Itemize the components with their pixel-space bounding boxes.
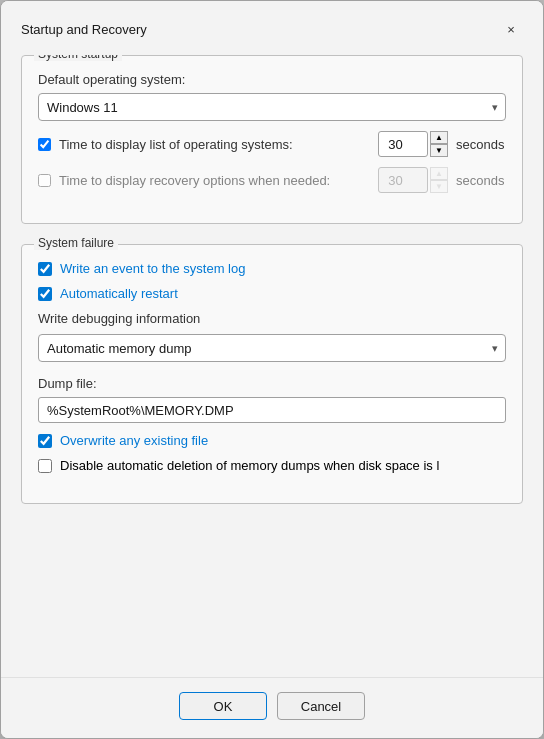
time-display-down-button[interactable]: ▼ xyxy=(430,144,448,157)
dump-file-row: Dump file: xyxy=(38,376,506,423)
auto-restart-checkbox[interactable] xyxy=(38,287,52,301)
recovery-options-spinner-buttons: ▲ ▼ xyxy=(430,167,448,193)
recovery-options-up-button[interactable]: ▲ xyxy=(430,167,448,180)
debug-dropdown-container: Automatic memory dump Complete memory du… xyxy=(38,334,506,362)
system-failure-section: System failure Write an event to the sys… xyxy=(21,244,523,504)
write-event-row: Write an event to the system log xyxy=(38,261,506,276)
dialog-content: System startup Default operating system:… xyxy=(1,55,543,677)
os-dropdown-container: Windows 11 ▾ xyxy=(38,93,506,121)
disable-deletion-checkbox[interactable] xyxy=(38,459,52,473)
time-display-label[interactable]: Time to display list of operating system… xyxy=(59,137,370,152)
os-row: Default operating system: Windows 11 ▾ xyxy=(38,72,506,121)
overwrite-checkbox[interactable] xyxy=(38,434,52,448)
system-startup-section: System startup Default operating system:… xyxy=(21,55,523,224)
recovery-options-down-button[interactable]: ▼ xyxy=(430,180,448,193)
auto-restart-label[interactable]: Automatically restart xyxy=(60,286,178,301)
debug-info-row: Write debugging information Automatic me… xyxy=(38,311,506,362)
time-display-seconds: seconds xyxy=(456,137,506,152)
system-failure-label: System failure xyxy=(34,236,118,250)
ok-button[interactable]: OK xyxy=(179,692,267,720)
time-display-input[interactable] xyxy=(378,131,428,157)
time-display-row: Time to display list of operating system… xyxy=(38,131,506,157)
write-event-label[interactable]: Write an event to the system log xyxy=(60,261,245,276)
recovery-options-spinner: ▲ ▼ xyxy=(378,167,448,193)
disable-deletion-row: Disable automatic deletion of memory dum… xyxy=(38,458,506,473)
debug-dropdown[interactable]: Automatic memory dump Complete memory du… xyxy=(38,334,506,362)
write-event-checkbox[interactable] xyxy=(38,262,52,276)
recovery-options-row: Time to display recovery options when ne… xyxy=(38,167,506,193)
recovery-options-label[interactable]: Time to display recovery options when ne… xyxy=(59,173,370,188)
close-button[interactable]: × xyxy=(495,13,527,45)
system-startup-label: System startup xyxy=(34,55,122,61)
os-dropdown[interactable]: Windows 11 xyxy=(38,93,506,121)
dialog-title: Startup and Recovery xyxy=(21,22,147,37)
dump-file-input[interactable] xyxy=(38,397,506,423)
time-display-up-button[interactable]: ▲ xyxy=(430,131,448,144)
recovery-options-seconds: seconds xyxy=(456,173,506,188)
time-display-spinner-buttons: ▲ ▼ xyxy=(430,131,448,157)
close-icon: × xyxy=(507,22,515,37)
overwrite-row: Overwrite any existing file xyxy=(38,433,506,448)
overwrite-label[interactable]: Overwrite any existing file xyxy=(60,433,208,448)
time-display-checkbox[interactable] xyxy=(38,138,51,151)
os-label: Default operating system: xyxy=(38,72,506,87)
time-display-spinner: ▲ ▼ xyxy=(378,131,448,157)
disable-deletion-label[interactable]: Disable automatic deletion of memory dum… xyxy=(60,458,439,473)
debug-info-label: Write debugging information xyxy=(38,311,506,326)
cancel-button[interactable]: Cancel xyxy=(277,692,365,720)
startup-recovery-dialog: Startup and Recovery × System startup De… xyxy=(0,0,544,739)
recovery-options-checkbox[interactable] xyxy=(38,174,51,187)
auto-restart-row: Automatically restart xyxy=(38,286,506,301)
dialog-footer: OK Cancel xyxy=(1,677,543,738)
title-bar: Startup and Recovery × xyxy=(1,1,543,55)
dump-file-label: Dump file: xyxy=(38,376,506,391)
recovery-options-input[interactable] xyxy=(378,167,428,193)
